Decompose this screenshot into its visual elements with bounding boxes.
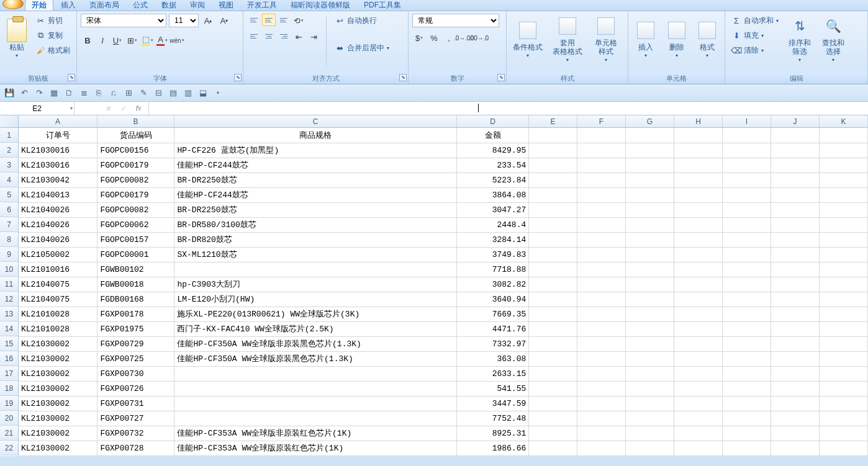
clipboard-launcher[interactable]: ⬊ [68, 74, 75, 81]
cell[interactable]: 3749.83 [457, 247, 529, 262]
qat-btn-4[interactable]: ▦ [48, 87, 60, 99]
cell[interactable] [819, 128, 867, 143]
cell[interactable] [819, 396, 867, 411]
cell[interactable]: KL21030016 [19, 158, 97, 173]
cell[interactable]: FGXP00729 [97, 336, 174, 351]
cell[interactable]: BR-DR580/3100鼓芯 [174, 217, 457, 232]
cell[interactable]: 7718.88 [457, 262, 529, 277]
cell[interactable]: KL21010028 [19, 307, 97, 321]
cell[interactable] [626, 321, 674, 336]
increase-font-button[interactable]: A▴ [201, 14, 215, 27]
cell[interactable] [529, 366, 577, 381]
increase-indent-button[interactable]: ⇥ [307, 30, 320, 43]
copy-button[interactable]: ⧉复制 [33, 29, 73, 42]
fill-color-button[interactable]: ⬚▾ [140, 34, 154, 47]
cell[interactable]: 7669.35 [457, 307, 529, 321]
cell[interactable]: 西门子-KX-FAC410 WW全球版芯片(2.5K) [174, 321, 457, 336]
cell[interactable] [771, 128, 820, 143]
merge-center-button[interactable]: ⬌合并后居中 ▾ [332, 41, 392, 55]
cell[interactable]: 2448.4 [457, 217, 529, 232]
cell[interactable] [577, 441, 626, 455]
tab-dev[interactable]: 开发工具 [241, 0, 283, 11]
cell[interactable] [674, 277, 723, 292]
cell[interactable]: 3082.82 [457, 277, 529, 292]
cell[interactable]: HP-CF226 蓝鼓芯(加黑型) [174, 143, 457, 158]
cell[interactable] [174, 262, 457, 277]
cell[interactable] [626, 217, 674, 232]
cell[interactable] [529, 232, 577, 247]
cell[interactable] [723, 396, 771, 411]
row-header[interactable]: 22 [0, 441, 19, 455]
cell[interactable] [771, 217, 820, 232]
cell[interactable] [529, 143, 577, 158]
font-launcher[interactable]: ⬊ [234, 74, 242, 81]
row-header[interactable]: 11 [0, 277, 19, 292]
cell[interactable] [174, 381, 457, 396]
qat-btn-8[interactable]: ⎌ [108, 87, 119, 99]
tab-insert[interactable]: 插入 [55, 0, 82, 11]
cell[interactable] [723, 307, 771, 321]
cell[interactable] [771, 396, 820, 411]
cell[interactable] [674, 173, 723, 187]
cell[interactable] [819, 217, 867, 232]
cell[interactable] [723, 262, 771, 277]
cell[interactable]: 货品编码 [97, 128, 174, 143]
cell[interactable]: 8429.95 [457, 143, 529, 158]
cell[interactable]: 佳能HP-CF353A WW全球版原装红色芯片(1K) [174, 441, 457, 455]
cell[interactable] [771, 232, 820, 247]
cell[interactable] [577, 336, 626, 351]
cell[interactable] [529, 411, 577, 426]
cell[interactable]: KL21030002 [19, 441, 97, 455]
cell[interactable] [723, 217, 771, 232]
save-button[interactable]: 💾 [4, 87, 15, 99]
cell[interactable] [819, 366, 867, 381]
cell[interactable]: 佳能HP-CF244鼓芯 [174, 187, 457, 202]
cell[interactable]: 3284.14 [457, 232, 529, 247]
cell[interactable] [174, 396, 457, 411]
cell[interactable]: FGWB00018 [97, 277, 174, 292]
cell[interactable] [674, 143, 723, 158]
cell[interactable] [577, 232, 626, 247]
align-top-button[interactable] [247, 14, 261, 26]
cell[interactable] [529, 187, 577, 202]
cell[interactable] [174, 411, 457, 426]
cell[interactable]: FGXP01975 [97, 321, 174, 336]
cell[interactable]: KL21040075 [19, 277, 97, 292]
column-header-I[interactable]: I [723, 115, 771, 127]
cell[interactable] [723, 321, 771, 336]
cell[interactable]: 订单号 [19, 128, 97, 143]
cell[interactable]: 商品规格 [174, 128, 457, 143]
cell[interactable] [819, 441, 867, 455]
cell[interactable] [819, 277, 867, 292]
cell[interactable]: FGOPC00062 [97, 217, 174, 232]
cell[interactable]: KL21030002 [19, 411, 97, 426]
cell[interactable] [577, 351, 626, 366]
fx-button[interactable]: fx [132, 103, 145, 114]
cell[interactable] [577, 321, 626, 336]
cell[interactable] [674, 247, 723, 262]
cell[interactable]: FGXP00178 [97, 307, 174, 321]
cell-style-button[interactable]: 单元格 样式▾ [590, 14, 622, 67]
decrease-font-button[interactable]: A▾ [217, 14, 231, 27]
align-middle-button[interactable] [262, 14, 276, 26]
cell[interactable] [723, 143, 771, 158]
cell[interactable] [723, 441, 771, 455]
cell[interactable] [674, 366, 723, 381]
cell[interactable]: FGXP00726 [97, 381, 174, 396]
cell[interactable]: 3640.94 [457, 292, 529, 307]
cell[interactable] [819, 411, 867, 426]
cell[interactable] [626, 143, 674, 158]
cell[interactable] [529, 128, 577, 143]
cell[interactable] [674, 351, 723, 366]
cell[interactable] [819, 187, 867, 202]
cell[interactable] [626, 396, 674, 411]
cell[interactable] [529, 158, 577, 173]
cell[interactable] [819, 202, 867, 217]
worksheet-grid[interactable]: ABCDEFGHIJK 1234567891011121314151617181… [0, 115, 868, 456]
cell[interactable] [819, 143, 867, 158]
tab-pdf[interactable]: PDF工具集 [358, 0, 407, 11]
cell[interactable]: KL21030002 [19, 336, 97, 351]
cell[interactable] [723, 381, 771, 396]
decrease-decimal-button[interactable]: .00→.0 [472, 31, 486, 45]
cell[interactable]: KL21050002 [19, 247, 97, 262]
